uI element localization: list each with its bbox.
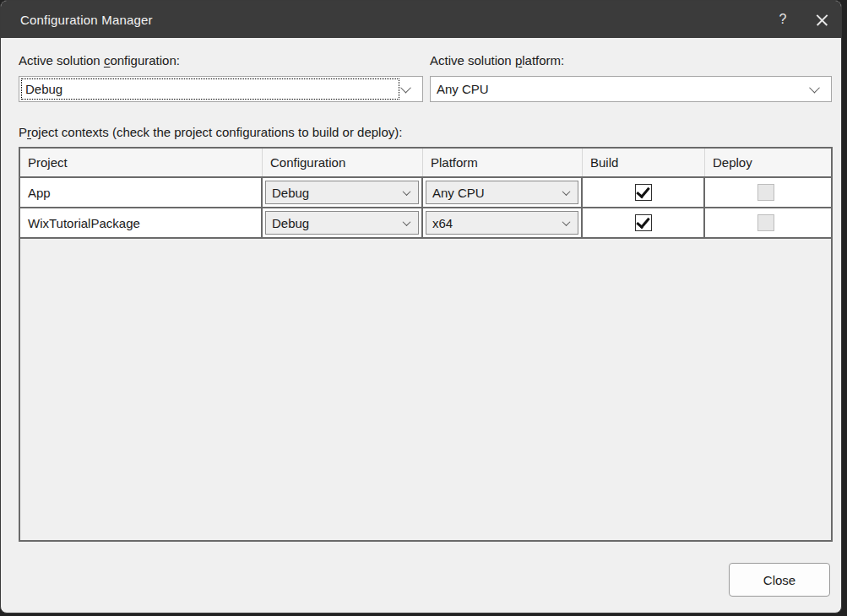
- row-configuration-dropdown[interactable]: Debug: [265, 181, 419, 204]
- column-header-build[interactable]: Build: [583, 149, 705, 176]
- selected-configuration: Debug: [19, 82, 402, 96]
- platform-cell: Any CPU: [423, 178, 583, 207]
- chevron-down-icon: [562, 218, 571, 226]
- label-text: latform:: [522, 53, 564, 68]
- label-text: oject contexts (check the project config…: [31, 125, 402, 139]
- configuration-manager-dialog: Configuration Manager ? Active solution …: [0, 0, 842, 613]
- active-solution-platform-dropdown[interactable]: Any CPU: [430, 76, 832, 102]
- selected-row-configuration: Debug: [266, 186, 404, 200]
- active-solution-platform-label: Active solution platform:: [430, 53, 564, 68]
- row-platform-dropdown[interactable]: x64: [426, 211, 578, 235]
- selected-row-configuration: Debug: [266, 216, 404, 230]
- row-configuration-dropdown[interactable]: Debug: [265, 211, 419, 235]
- label-text: P: [19, 125, 27, 139]
- dialog-title: Configuration Manager: [20, 13, 153, 27]
- chevron-down-icon: [403, 218, 411, 226]
- label-text: Active solution: [430, 53, 515, 68]
- accel-letter: p: [515, 53, 522, 68]
- configuration-cell: Debug: [263, 178, 423, 207]
- deploy-checkbox: [757, 214, 774, 231]
- chevron-down-icon: [403, 187, 411, 196]
- active-solution-configuration-dropdown[interactable]: Debug: [19, 76, 423, 102]
- close-window-button[interactable]: [802, 1, 841, 38]
- close-button[interactable]: Close: [729, 563, 830, 597]
- help-button[interactable]: ?: [763, 1, 802, 38]
- build-cell: [583, 178, 705, 207]
- chevron-down-icon: [400, 83, 411, 94]
- column-header-deploy[interactable]: Deploy: [705, 149, 826, 176]
- project-contexts-label: Project contexts (check the project conf…: [19, 125, 402, 139]
- selected-row-platform: Any CPU: [426, 186, 563, 200]
- platform-cell: x64: [423, 208, 583, 237]
- deploy-cell: [705, 208, 826, 237]
- build-checkbox[interactable]: [635, 214, 652, 231]
- column-header-platform[interactable]: Platform: [423, 149, 583, 176]
- help-icon: ?: [779, 12, 787, 27]
- chevron-down-icon: [562, 187, 571, 196]
- selected-platform: Any CPU: [431, 82, 811, 96]
- table-row: WixTutorialPackage Debug x64: [20, 208, 831, 239]
- build-checkbox[interactable]: [635, 184, 652, 201]
- column-header-project[interactable]: Project: [20, 149, 263, 176]
- table-row: App Debug Any CPU: [20, 178, 831, 208]
- deploy-cell: [705, 178, 826, 207]
- selected-row-platform: x64: [426, 216, 563, 230]
- configuration-cell: Debug: [263, 208, 423, 237]
- column-header-configuration[interactable]: Configuration: [263, 149, 423, 176]
- deploy-checkbox: [757, 184, 774, 201]
- row-platform-dropdown[interactable]: Any CPU: [426, 181, 578, 204]
- active-solution-configuration-label: Active solution configuration:: [19, 53, 180, 68]
- project-contexts-grid: Project Configuration Platform Build Dep…: [19, 147, 833, 542]
- title-bar: Configuration Manager ?: [1, 1, 841, 38]
- build-cell: [583, 208, 705, 237]
- project-name-cell[interactable]: App: [20, 178, 263, 207]
- chevron-down-icon: [809, 83, 820, 94]
- close-icon: [816, 14, 828, 26]
- label-text: Active solution: [19, 53, 104, 68]
- grid-header-row: Project Configuration Platform Build Dep…: [20, 149, 831, 178]
- project-name-cell[interactable]: WixTutorialPackage: [20, 208, 263, 237]
- label-text: onfiguration:: [110, 53, 180, 68]
